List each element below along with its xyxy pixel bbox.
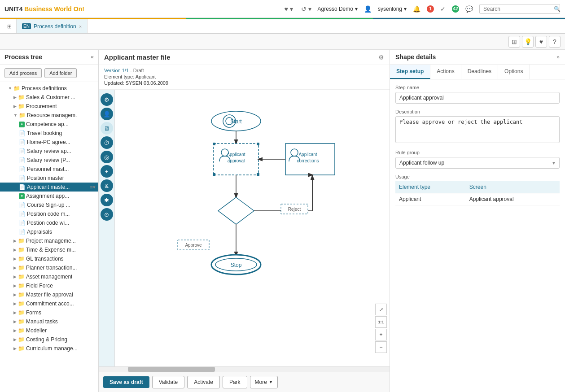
tree-label: Travel booking (27, 130, 62, 136)
top-nav: UNIT4 Business World On! ♥ ▾ ↺ ▾ Agresso… (0, 0, 565, 18)
tree-item-curriculum[interactable]: ▶ 📁 Curriculum manage... (0, 344, 98, 353)
tree-item-salary-ap[interactable]: 📄 Salary review ap... (0, 147, 98, 156)
canvas-tool-circle[interactable]: ◎ (101, 151, 113, 163)
heart-icon[interactable]: ♥ ▾ (282, 4, 294, 13)
canvas-tool-settings[interactable]: ⚙ (101, 93, 113, 106)
user-icon[interactable]: 👤 (362, 4, 373, 13)
layout-icon[interactable]: ⊞ (508, 36, 520, 48)
tree-item-sales[interactable]: ▶ 📁 Sales & Customer ... (0, 93, 98, 102)
element-type: Element type: Applicant (104, 74, 384, 79)
tree-item-procurement[interactable]: ▶ 📁 Procurement (0, 102, 98, 111)
tree-item-modeller[interactable]: ▶ 📁 Modeller (0, 326, 98, 335)
tab-deadlines[interactable]: Deadlines (461, 65, 498, 79)
tab-step-setup[interactable]: Step setup (390, 65, 430, 79)
park-button[interactable]: Park (223, 376, 247, 388)
canvas-area[interactable]: Start Applicant approval (115, 90, 390, 366)
zoom-in-button[interactable]: + (375, 329, 387, 340)
demo-user[interactable]: Agresso Demo ▾ (318, 6, 358, 12)
expand-arrow: ▶ (13, 328, 17, 333)
tree-item-homepc[interactable]: 📄 Home-PC agree... (0, 138, 98, 147)
tree-item-process-definitions[interactable]: ▼ 📁 Process definitions (0, 84, 98, 93)
tree-item-personnel[interactable]: 📄 Personnel mast... (0, 165, 98, 174)
canvas-tool-person[interactable]: 👤 (101, 108, 113, 120)
tree-item-travel[interactable]: 📄 Travel booking (0, 129, 98, 138)
usage-label: Usage (395, 174, 560, 179)
tree-item-project[interactable]: ▶ 📁 Project manageme... (0, 236, 98, 245)
tree-item-competence[interactable]: ✦ Competence ap... (0, 120, 98, 129)
chat-icon[interactable]: 💬 (464, 4, 475, 13)
tab-actions[interactable]: Actions (430, 65, 461, 79)
center-settings-button[interactable]: ⚙ (378, 54, 384, 61)
doc-icon: 📄 (19, 157, 26, 163)
canvas-tool-monitor[interactable]: 🖥 (101, 122, 113, 135)
tree-item-master-file[interactable]: ▶ 📁 Master file approval (0, 290, 98, 299)
tree-item-field-force[interactable]: ▶ 📁 Field Force (0, 281, 98, 290)
check-icon[interactable]: ✓ (438, 4, 447, 13)
tree-label: Applicant maste... (27, 184, 70, 190)
activate-button[interactable]: Activate (187, 376, 220, 388)
canvas-tool-clock[interactable]: ⏱ (101, 136, 113, 149)
tree-item-costing[interactable]: ▶ 📁 Costing & Pricing (0, 335, 98, 344)
rule-group-select[interactable]: Applicant follow up (395, 157, 560, 169)
collapse-left-button[interactable]: « (91, 54, 94, 60)
sys-user[interactable]: sysenlong ▾ (378, 6, 407, 12)
canvas-tool-ampersand[interactable]: & (101, 179, 113, 192)
zoom-controls: ⤢ 1:1 + − (375, 304, 387, 353)
tree-label: Home-PC agree... (27, 139, 70, 145)
tab-close-button[interactable]: × (79, 24, 82, 29)
folder-icon: 📁 (18, 318, 25, 325)
tree-label: Competence ap... (26, 121, 69, 127)
validate-button[interactable]: Validate (152, 376, 184, 388)
step-name-input[interactable] (395, 92, 560, 104)
tree-item-position-code-m[interactable]: 📄 Position code m... (0, 209, 98, 218)
tree-item-assignment[interactable]: ✦ Assignment app... (0, 192, 98, 200)
horizontal-scrollbar[interactable] (99, 366, 390, 372)
save-draft-button[interactable]: Save as draft (103, 376, 149, 388)
help-icon[interactable]: ? (549, 36, 561, 48)
canvas-tool-target[interactable]: ⊙ (101, 208, 113, 221)
svg-rect-10 (257, 143, 259, 145)
folder-icon: 📁 (18, 292, 25, 298)
search-input[interactable] (479, 4, 560, 14)
svg-marker-18 (218, 197, 254, 224)
tree-item-manual-tasks[interactable]: ▶ 📁 Manual tasks (0, 317, 98, 326)
tree-item-course[interactable]: 📄 Course Sign-up ... (0, 200, 98, 209)
canvas-tool-asterisk[interactable]: ✱ (101, 194, 113, 206)
add-process-button[interactable]: Add process (4, 68, 42, 78)
tab-options[interactable]: Options (498, 65, 530, 79)
expand-arrow: ▶ (13, 239, 17, 243)
tree-item-position-master[interactable]: 📄 Position master _ (0, 174, 98, 183)
tree-item-salary-p[interactable]: 📄 Salary review (P... (0, 156, 98, 165)
zoom-fit-button[interactable]: ⤢ (375, 304, 387, 315)
process-definition-tab[interactable]: EN Process definition × (17, 19, 88, 33)
zoom-out-button[interactable]: − (375, 341, 387, 353)
tree-item-applicant[interactable]: 📄 Applicant maste... ≡▾ (0, 183, 98, 192)
doc-icon: 📄 (19, 130, 26, 136)
description-textarea[interactable]: Please approve or reject the applicant (395, 116, 560, 143)
tree-item-forms[interactable]: ▶ 📁 Forms (0, 308, 98, 317)
right-panel: Shape details » Step setup Actions Deadl… (390, 50, 565, 392)
canvas-tool-plus[interactable]: + (101, 165, 113, 178)
favorite-icon[interactable]: ♥ (535, 36, 547, 48)
tree-item-time-expense[interactable]: ▶ 📁 Time & Expense m... (0, 245, 98, 254)
bell-icon[interactable]: 🔔 (411, 4, 422, 13)
shape-details-header: Shape details » (390, 50, 565, 65)
tree-item-postion-code-wi[interactable]: 📄 Postion code wi... (0, 218, 98, 227)
collapse-right-button[interactable]: » (556, 54, 560, 60)
add-folder-button[interactable]: Add folder (44, 68, 77, 78)
history-icon[interactable]: ↺ ▾ (299, 4, 313, 13)
tree-item-resource[interactable]: ▼ 📁 Resource managem. (0, 111, 98, 120)
tree-item-appraisals[interactable]: 📄 Appraisals (0, 227, 98, 236)
item-actions-icon[interactable]: ≡▾ (90, 184, 96, 190)
center-panel: Applicant master file ⚙ Version 1/1 - Dr… (99, 50, 390, 392)
expand-arrow: ▼ (8, 86, 12, 91)
bulb-icon[interactable]: 💡 (522, 36, 534, 48)
tree-item-asset[interactable]: ▶ 📁 Asset management (0, 272, 98, 281)
tree-item-planner[interactable]: ▶ 📁 Planner transaction... (0, 263, 98, 272)
grid-view-button[interactable]: ⊞ (3, 19, 17, 33)
tree-item-gl[interactable]: ▶ 📁 GL transactions (0, 254, 98, 263)
zoom-1to1-button[interactable]: 1:1 (375, 316, 387, 328)
more-button[interactable]: More ▼ (250, 376, 278, 388)
tree-label: Modeller (26, 327, 47, 334)
tree-item-commitment[interactable]: ▶ 📁 Commitment acco... (0, 299, 98, 308)
